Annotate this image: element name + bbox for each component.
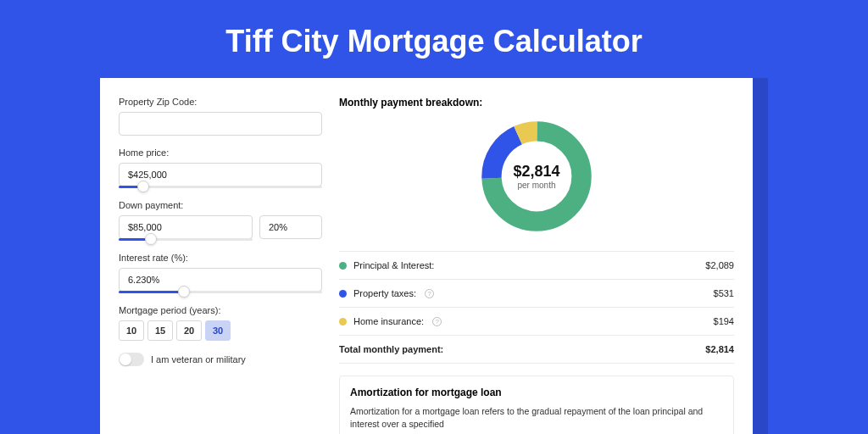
- form-column: Property Zip Code: Home price: Down paym…: [119, 97, 322, 434]
- donut-sub: per month: [517, 181, 555, 190]
- down-group: Down payment:: [119, 200, 322, 241]
- rate-slider[interactable]: [119, 291, 322, 293]
- rate-label: Interest rate (%):: [119, 253, 322, 263]
- info-icon[interactable]: ?: [432, 317, 442, 326]
- breakdown-value: $194: [714, 316, 734, 326]
- price-label: Home price:: [119, 147, 322, 158]
- period-button-15[interactable]: 15: [147, 320, 173, 341]
- amortization-box: Amortization for mortgage loan Amortizat…: [339, 376, 734, 434]
- down-slider[interactable]: [119, 238, 253, 241]
- rate-group: Interest rate (%):: [119, 253, 322, 293]
- period-button-20[interactable]: 20: [176, 320, 202, 341]
- down-percent-input[interactable]: [259, 215, 322, 239]
- panel-shadow: Property Zip Code: Home price: Down paym…: [100, 78, 768, 434]
- veteran-row: I am veteran or military: [119, 353, 322, 366]
- donut-chart-wrap: $2,814 per month: [339, 117, 734, 236]
- amortization-text: Amortization for a mortgage loan refers …: [350, 405, 723, 430]
- legend-dot: [339, 290, 347, 298]
- rate-input[interactable]: [119, 268, 322, 292]
- breakdown-row: Property taxes:?$531: [339, 280, 734, 308]
- total-value: $2,814: [705, 344, 734, 354]
- breakdown-column: Monthly payment breakdown: $2,814 per mo…: [339, 97, 734, 434]
- breakdown-table: Principal & Interest:$2,089Property taxe…: [339, 251, 734, 364]
- breakdown-value: $2,089: [705, 260, 734, 270]
- price-slider[interactable]: [119, 186, 322, 188]
- breakdown-value: $531: [714, 288, 734, 298]
- down-amount-input[interactable]: [119, 215, 253, 239]
- price-input[interactable]: [119, 163, 322, 186]
- breakdown-row: Home insurance:?$194: [339, 308, 734, 336]
- breakdown-row: Principal & Interest:$2,089: [339, 252, 734, 280]
- period-options: 10152030: [119, 320, 322, 341]
- period-group: Mortgage period (years): 10152030: [119, 305, 322, 341]
- legend-dot: [339, 262, 347, 270]
- breakdown-label: Principal & Interest:: [353, 260, 434, 270]
- info-icon[interactable]: ?: [425, 289, 434, 298]
- down-slider-thumb[interactable]: [145, 233, 157, 245]
- breakdown-label: Home insurance:: [353, 316, 424, 326]
- rate-slider-thumb[interactable]: [178, 286, 190, 298]
- donut-amount: $2,814: [513, 163, 559, 181]
- legend-dot: [339, 318, 347, 326]
- breakdown-title: Monthly payment breakdown:: [339, 97, 734, 108]
- veteran-toggle[interactable]: [119, 353, 144, 366]
- breakdown-total-row: Total monthly payment:$2,814: [339, 336, 734, 364]
- period-button-10[interactable]: 10: [119, 320, 144, 341]
- calculator-panel: Property Zip Code: Home price: Down paym…: [100, 78, 753, 434]
- zip-input[interactable]: [119, 112, 322, 136]
- page-title: Tiff City Mortgage Calculator: [0, 0, 868, 78]
- period-label: Mortgage period (years):: [119, 305, 322, 315]
- zip-label: Property Zip Code:: [119, 97, 322, 107]
- donut-chart: $2,814 per month: [477, 117, 596, 236]
- zip-group: Property Zip Code:: [119, 97, 322, 136]
- price-group: Home price:: [119, 147, 322, 188]
- price-slider-thumb[interactable]: [137, 181, 149, 192]
- total-label: Total monthly payment:: [339, 344, 443, 354]
- toggle-knob: [120, 353, 131, 365]
- donut-center: $2,814 per month: [477, 117, 596, 236]
- breakdown-label: Property taxes:: [353, 288, 416, 298]
- amortization-title: Amortization for mortgage loan: [350, 387, 723, 398]
- period-button-30[interactable]: 30: [205, 320, 231, 341]
- veteran-label: I am veteran or military: [151, 354, 246, 364]
- down-label: Down payment:: [119, 200, 322, 210]
